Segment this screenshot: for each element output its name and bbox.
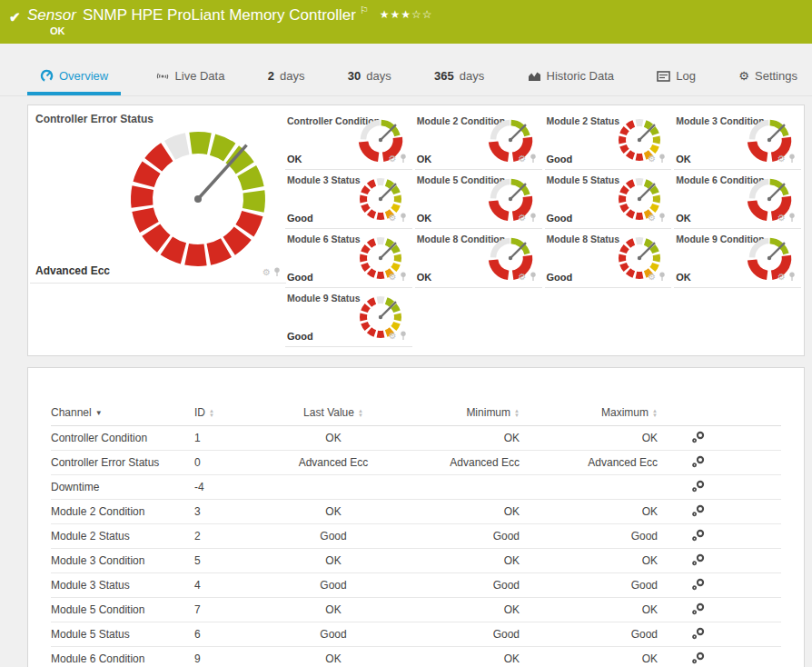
pin-icon[interactable] — [788, 210, 796, 226]
gauge-tile-grid: Controller Condition OK ⚙ Module 2 Condi… — [285, 111, 804, 347]
cell-settings[interactable] — [658, 524, 739, 549]
cell-channel[interactable]: Module 3 Status — [51, 573, 194, 598]
gauge-tile-module-2-status[interactable]: Module 2 Status Good ⚙ — [545, 111, 672, 170]
column-header-channel[interactable]: Channel▼ — [51, 403, 194, 426]
gear-icon[interactable]: ⚙ — [519, 154, 527, 164]
channel-settings-icon[interactable] — [691, 504, 706, 520]
cell-channel[interactable]: Module 2 Condition — [51, 500, 194, 524]
gear-icon[interactable]: ⚙ — [777, 214, 786, 223]
cell-maximum: OK — [520, 426, 658, 451]
gauge-tile-controller-condition[interactable]: Controller Condition OK ⚙ — [285, 111, 412, 170]
column-header-spacer — [739, 403, 781, 426]
gear-icon[interactable]: ⚙ — [648, 214, 656, 223]
cell-settings[interactable] — [658, 573, 739, 598]
gear-icon[interactable]: ⚙ — [519, 214, 527, 223]
channel-settings-icon[interactable] — [691, 578, 706, 593]
gear-icon[interactable]: ⚙ — [389, 332, 397, 341]
gauge-tile-module-5-condition[interactable]: Module 5 Condition OK ⚙ — [415, 170, 542, 229]
pin-icon[interactable] — [659, 151, 666, 167]
channel-settings-icon[interactable] — [691, 529, 706, 544]
gauge-tile-module-5-status[interactable]: Module 5 Status Good ⚙ — [545, 170, 672, 229]
channel-settings-icon[interactable] — [691, 480, 706, 495]
gauge-tile-module-9-condition[interactable]: Module 9 Condition OK ⚙ — [674, 229, 801, 288]
cell-channel[interactable]: Module 6 Condition — [51, 647, 194, 667]
pin-icon[interactable] — [530, 269, 537, 285]
tab-365-days[interactable]: 365 days — [425, 56, 493, 95]
channel-settings-icon[interactable] — [691, 652, 706, 667]
gauge-tile-module-2-condition[interactable]: Module 2 Condition OK ⚙ — [415, 111, 542, 170]
priority-stars[interactable]: ★★★☆☆ — [380, 8, 433, 21]
pin-icon[interactable] — [788, 269, 796, 285]
tab-2-days[interactable]: 2 days — [259, 56, 314, 95]
tab-2-days-number: 2 — [268, 69, 274, 83]
table-row: Module 5 Status6GoodGoodGood — [51, 622, 781, 647]
cell-settings[interactable] — [658, 647, 739, 667]
cell-settings[interactable] — [658, 549, 739, 573]
gauge-tile-module-3-condition[interactable]: Module 3 Condition OK ⚙ — [674, 111, 801, 170]
gauge-title: Module 8 Status — [547, 234, 620, 244]
cell-last-value: Advanced Ecc — [274, 451, 392, 475]
channel-settings-icon[interactable] — [691, 431, 706, 446]
cell-channel[interactable]: Module 5 Status — [51, 622, 194, 647]
gauge-tile-controller-error-status[interactable]: Controller Error Status Advanced Ecc ⚙ — [30, 105, 286, 284]
cell-channel[interactable]: Controller Condition — [51, 426, 194, 451]
channel-settings-icon[interactable] — [691, 602, 706, 618]
column-header-minimum[interactable]: Minimum▲▼ — [392, 403, 520, 426]
channel-settings-icon[interactable] — [691, 455, 706, 471]
area-chart-icon — [528, 70, 541, 82]
tab-settings[interactable]: ⚙ Settings — [729, 56, 807, 95]
cell-spacer — [739, 426, 781, 451]
gauge-tile-module-6-condition[interactable]: Module 6 Condition OK ⚙ — [674, 170, 801, 229]
column-header-last-value[interactable]: Last Value▲▼ — [274, 403, 392, 426]
cell-settings[interactable] — [658, 426, 739, 451]
gear-icon[interactable]: ⚙ — [648, 154, 656, 164]
pin-icon[interactable] — [400, 210, 407, 226]
log-icon — [657, 71, 670, 82]
tab-settings-label: Settings — [755, 69, 797, 83]
cell-minimum: OK — [392, 426, 520, 451]
channel-settings-icon[interactable] — [691, 553, 706, 569]
pin-icon[interactable] — [530, 151, 537, 167]
column-header-maximum[interactable]: Maximum▲▼ — [520, 403, 658, 426]
tab-overview[interactable]: Overview — [27, 56, 121, 95]
gear-icon[interactable]: ⚙ — [389, 214, 397, 223]
cell-settings[interactable] — [658, 598, 739, 622]
column-header-id[interactable]: ID▲▼ — [194, 403, 274, 426]
cell-channel[interactable]: Downtime — [51, 475, 194, 500]
gear-icon[interactable]: ⚙ — [777, 154, 786, 164]
gauge-tile-module-6-status[interactable]: Module 6 Status Good ⚙ — [285, 229, 412, 288]
gear-icon[interactable]: ⚙ — [389, 273, 397, 282]
gauge-tile-module-8-status[interactable]: Module 8 Status Good ⚙ — [545, 229, 672, 288]
tab-30-days[interactable]: 30 days — [339, 56, 401, 95]
gear-icon[interactable]: ⚙ — [777, 273, 786, 282]
gauge-tile-module-9-status[interactable]: Module 9 Status Good ⚙ — [285, 288, 412, 347]
cell-settings[interactable] — [658, 500, 739, 524]
gear-icon[interactable]: ⚙ — [389, 154, 397, 164]
cell-settings[interactable] — [658, 622, 739, 647]
pin-icon[interactable] — [659, 269, 666, 285]
cell-minimum: OK — [392, 500, 520, 524]
cell-channel[interactable]: Module 5 Condition — [51, 598, 194, 622]
tab-live-data[interactable]: Live Data — [146, 56, 234, 95]
cell-channel[interactable]: Module 3 Condition — [51, 549, 194, 573]
tab-historic-data[interactable]: Historic Data — [519, 56, 623, 95]
gauge-tile-module-3-status[interactable]: Module 3 Status Good ⚙ — [285, 170, 412, 229]
tab-log[interactable]: Log — [648, 56, 705, 95]
pin-icon[interactable] — [659, 210, 666, 226]
gear-icon[interactable]: ⚙ — [648, 273, 656, 282]
gear-icon[interactable]: ⚙ — [262, 268, 271, 277]
pin-icon[interactable] — [400, 269, 407, 285]
cell-channel[interactable]: Controller Error Status — [51, 451, 194, 475]
cell-settings[interactable] — [658, 451, 739, 475]
pin-icon[interactable] — [788, 151, 796, 167]
channel-settings-icon[interactable] — [691, 627, 706, 642]
pin-icon[interactable] — [530, 210, 537, 226]
cell-settings[interactable] — [658, 475, 739, 500]
pin-icon[interactable] — [400, 151, 407, 167]
gauge-tile-module-8-condition[interactable]: Module 8 Condition OK ⚙ — [415, 229, 542, 288]
pin-icon[interactable] — [273, 264, 281, 281]
pin-icon[interactable] — [400, 328, 407, 344]
flag-icon[interactable]: ⚐ — [360, 5, 369, 15]
gear-icon[interactable]: ⚙ — [519, 273, 527, 282]
cell-channel[interactable]: Module 2 Status — [51, 524, 194, 549]
